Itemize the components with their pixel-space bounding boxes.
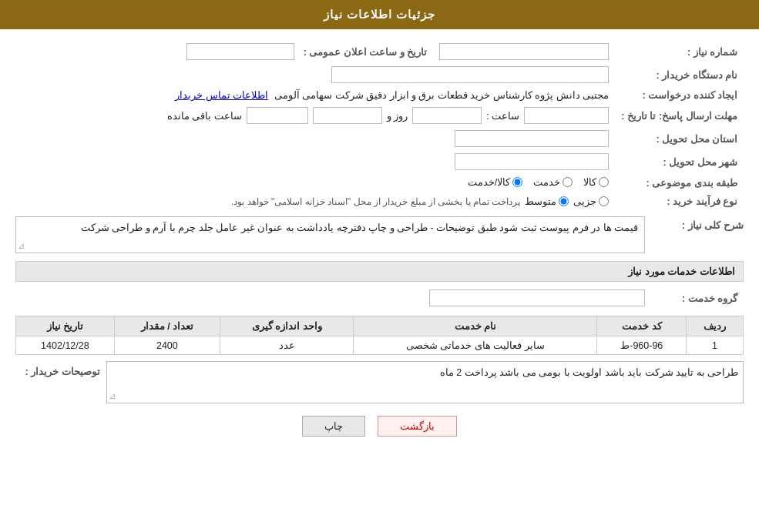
- service-table: ردیف کد خدمت نام خدمت واحد اندازه گیری ت…: [15, 316, 744, 355]
- cell-kod: 960-96-ط: [597, 336, 687, 355]
- table-row: 1960-96-طسایر فعالیت های خدماتی شخصیعدد2…: [16, 336, 744, 355]
- tabaqe-kala-khedmat[interactable]: کالا/خدمت: [468, 176, 522, 188]
- buyer-desc-box: طراحی به تایید شرکت باید باشد اولویت با …: [106, 361, 744, 403]
- mohlat-date-input[interactable]: 1402/12/28: [524, 107, 609, 124]
- col-tedad: تعداد / مقدار: [114, 316, 220, 336]
- sharh-row: شرح کلی نیاز : قیمت ها در فرم پیوست ثبت …: [15, 216, 744, 253]
- cell-radif: 1: [687, 336, 744, 355]
- buyer-resize-handle: ⊿: [109, 391, 116, 401]
- grooh-input[interactable]: سایر فعالیتهای خدماتی: [429, 289, 645, 306]
- buyer-desc-row: طراحی به تایید شرکت باید باشد اولویت با …: [15, 361, 744, 403]
- sharh-text: قیمت ها در فرم پیوست ثبت شود طبق توضیحات…: [81, 223, 638, 233]
- services-section-title: اطلاعات خدمات مورد نیاز: [15, 261, 744, 282]
- noefar-label: نوع فرآیند خرید :: [615, 192, 744, 210]
- ijaad-value: مجتبی دانش پژوه کارشناس خرید قطعات برق و…: [274, 90, 610, 101]
- shomare-niaz-input[interactable]: 1102001491003026: [439, 43, 609, 60]
- grooh-label: گروه خدمت :: [651, 286, 744, 309]
- tabaqe-kala[interactable]: کالا: [583, 176, 609, 188]
- baghimande-label: ساعت باقی مانده: [167, 110, 242, 122]
- tabaqe-label: طبقه بندی موضوعی :: [615, 173, 744, 192]
- buyer-desc-label: توصیحات خریدار :: [15, 361, 100, 377]
- shomare-niaz-label: شماره نیاز :: [615, 40, 744, 63]
- col-radif: ردیف: [687, 316, 744, 336]
- cell-name: سایر فعالیت های خدماتی شخصی: [354, 336, 597, 355]
- print-button[interactable]: چاپ: [302, 416, 365, 437]
- sharh-label: شرح کلی نیاز :: [651, 216, 744, 231]
- tabaqe-radio-group: کالا خدمت کالا/خدمت: [468, 176, 609, 188]
- shahr-label: شهر محل تحویل :: [615, 150, 744, 173]
- sharh-box: قیمت ها در فرم پیوست ثبت شود طبق توضیحات…: [15, 216, 645, 253]
- noe-note: پرداخت تمام یا بخشی از مبلغ خریدار از مح…: [231, 196, 520, 207]
- header-title: جزئیات اطلاعات نیاز: [324, 8, 435, 21]
- nam-dastgah-input[interactable]: شرکت سهامی آلومینای ایران: [331, 66, 609, 83]
- button-bar: بازگشت چاپ: [15, 416, 744, 437]
- col-name: نام خدمت: [354, 316, 597, 336]
- cell-tedad: 2400: [114, 336, 220, 355]
- rooz-input[interactable]: 7: [313, 107, 382, 124]
- tabaqe-khedmat[interactable]: خدمت: [533, 176, 573, 188]
- ostan-input[interactable]: خراسان شمالی: [455, 130, 609, 147]
- col-unit: واحد اندازه گیری: [220, 316, 353, 336]
- col-tarikh: تاریخ نیاز: [16, 316, 115, 336]
- resize-handle: ⊿: [18, 241, 25, 251]
- cell-tarikh: 1402/12/28: [16, 336, 115, 355]
- noe-jozii[interactable]: جزیی: [573, 196, 609, 207]
- saat-input[interactable]: 08:00: [412, 107, 482, 124]
- ettelaat-link[interactable]: اطلاعات تماس خریدار: [175, 90, 268, 101]
- tarikh-aalan-input[interactable]: 1402/12/20 - 08:45: [186, 43, 294, 60]
- col-kod: کد خدمت: [597, 316, 687, 336]
- saat-label: ساعت :: [486, 110, 519, 122]
- rooz-label: روز و: [387, 110, 408, 122]
- group-table: گروه خدمت : سایر فعالیتهای خدماتی: [15, 286, 744, 309]
- nam-dastgah-label: نام دستگاه خریدار :: [615, 63, 744, 86]
- page-header: جزئیات اطلاعات نیاز: [0, 0, 759, 29]
- back-button[interactable]: بازگشت: [378, 416, 457, 437]
- ostan-label: استان محل تحویل :: [615, 127, 744, 150]
- cell-unit: عدد: [220, 336, 353, 355]
- buyer-desc-text: طراحی به تایید شرکت باید باشد اولویت با …: [440, 367, 738, 378]
- mohlat-label: مهلت ارسال پاسخ: تا تاریخ :: [615, 104, 744, 127]
- tarikh-aalan-label: تاریخ و ساعت اعلان عمومی :: [301, 40, 434, 63]
- ijaad-label: ایجاد کننده درخواست :: [615, 86, 744, 104]
- shahr-input[interactable]: جاجرم: [455, 153, 609, 170]
- noe-motevaset[interactable]: متوسط: [525, 196, 569, 207]
- baghimande-input[interactable]: 22:44:44: [247, 107, 308, 124]
- info-table: شماره نیاز : 1102001491003026 تاریخ و سا…: [15, 40, 744, 210]
